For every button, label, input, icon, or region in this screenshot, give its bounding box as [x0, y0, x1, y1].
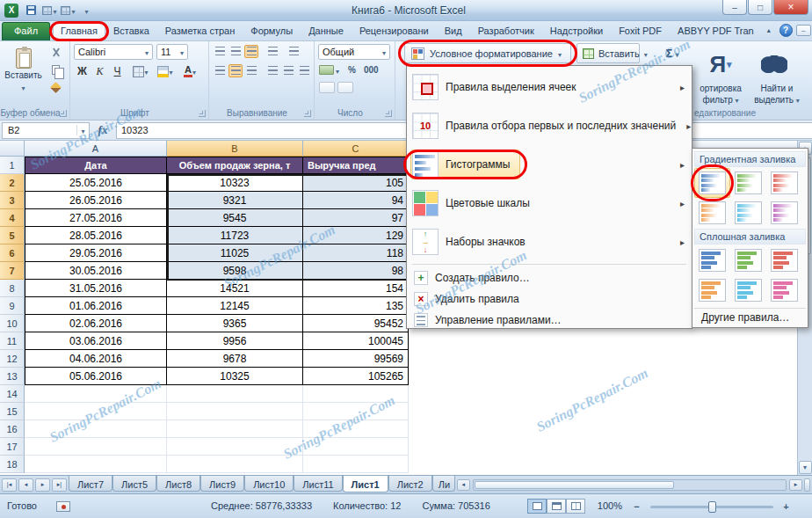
cell-A3[interactable]: 26.05.2016	[25, 192, 167, 209]
wrap-text-button[interactable]	[286, 45, 301, 58]
row-header-5[interactable]: 5	[0, 227, 25, 244]
cell-C18[interactable]	[303, 456, 409, 473]
ribbon-tab-ABBYY PDF Tran[interactable]: ABBYY PDF Tran	[670, 22, 762, 40]
ribbon-tab-Вставка[interactable]: Вставка	[105, 22, 157, 40]
decrease-indent-button[interactable]	[265, 64, 279, 77]
cut-button[interactable]	[47, 45, 63, 60]
sheet-tab-Лист2[interactable]: Лист2	[388, 476, 432, 492]
align-top-button[interactable]	[213, 45, 227, 58]
cell-C17[interactable]	[303, 438, 409, 456]
row-header-18[interactable]: 18	[0, 456, 25, 473]
last-sheet-icon[interactable]: ▸|	[52, 478, 67, 492]
row-header-10[interactable]: 10	[0, 315, 25, 332]
cell-B15[interactable]	[167, 403, 303, 420]
cell-C5[interactable]: 129	[303, 227, 409, 244]
gradient-red-data-bar-icon[interactable]	[766, 168, 802, 198]
row-header-15[interactable]: 15	[0, 403, 25, 420]
gradient-orange-data-bar-icon[interactable]	[694, 198, 730, 228]
cell-A10[interactable]: 02.06.2016	[25, 315, 167, 332]
cell-C3[interactable]: 94	[303, 192, 409, 209]
increase-decimal-icon[interactable]	[319, 82, 335, 93]
dialog-launcher-icon[interactable]	[60, 110, 67, 117]
maximize-button[interactable]	[748, 0, 772, 15]
cell-C16[interactable]	[303, 420, 409, 438]
format-painter-button[interactable]	[47, 80, 63, 95]
ribbon-tab-Надстройки[interactable]: Надстройки	[542, 22, 611, 40]
column-header-A[interactable]: A	[25, 141, 167, 157]
scroll-down-icon[interactable]	[799, 461, 812, 474]
cell-B8[interactable]: 14521	[167, 280, 303, 297]
cell-C6[interactable]: 118	[303, 244, 409, 262]
ribbon-tab-Данные[interactable]: Данные	[301, 22, 352, 40]
cell-B17[interactable]	[167, 438, 303, 456]
find-select-label[interactable]: Найти и выделить	[747, 83, 807, 106]
cell-B9[interactable]: 12145	[167, 297, 303, 315]
cell-B4[interactable]: 9545	[167, 209, 303, 227]
cell-B6[interactable]: 11025	[167, 244, 303, 262]
page-break-view-button[interactable]	[566, 499, 585, 514]
normal-view-button[interactable]	[527, 499, 547, 514]
cell-B2[interactable]: 10323	[167, 174, 303, 192]
orientation-button[interactable]	[265, 45, 279, 58]
cell-B3[interactable]: 9321	[167, 192, 303, 209]
cell-B14[interactable]	[167, 385, 303, 403]
solid-green-data-bar-icon[interactable]	[730, 245, 766, 275]
dialog-launcher-icon[interactable]	[199, 110, 206, 117]
italic-button[interactable]: К	[91, 63, 108, 79]
dialog-launcher-icon[interactable]	[385, 110, 392, 117]
decrease-decimal-icon[interactable]	[337, 82, 353, 93]
macro-record-icon[interactable]	[56, 501, 70, 512]
cell-C1[interactable]: Выручка пред	[303, 157, 409, 174]
ribbon-tab-Рецензировани[interactable]: Рецензировани	[352, 22, 437, 40]
cell-C15[interactable]	[303, 403, 409, 420]
cell-A4[interactable]: 27.05.2016	[25, 209, 167, 227]
sort-filter-label[interactable]: ортировка фильтр	[691, 83, 750, 106]
sheet-tab-Лист9[interactable]: Лист9	[200, 476, 244, 492]
solid-pink-data-bar-icon[interactable]	[766, 275, 802, 305]
cell-A11[interactable]: 03.06.2016	[25, 332, 167, 350]
sheet-tab-Ли[interactable]: Ли	[432, 476, 455, 492]
fx-button[interactable]: fx	[90, 123, 116, 137]
solid-red-data-bar-icon[interactable]	[766, 245, 802, 275]
customize-quick-access-icon[interactable]	[78, 3, 95, 18]
cell-C9[interactable]: 135	[303, 297, 409, 315]
horizontal-scrollbar[interactable]	[473, 479, 787, 491]
solid-blue-data-bar-icon[interactable]	[694, 245, 730, 275]
first-sheet-icon[interactable]: |◂	[2, 478, 17, 492]
cell-C13[interactable]: 105265	[303, 368, 409, 385]
sheet-tab-Лист10[interactable]: Лист10	[244, 476, 294, 492]
insert-cells-button[interactable]: Вставить	[576, 43, 640, 63]
comma-style-button[interactable]: 000	[364, 65, 379, 75]
cell-B1[interactable]: Объем продаж зерна, т	[167, 157, 303, 174]
cell-B16[interactable]	[167, 420, 303, 438]
row-header-17[interactable]: 17	[0, 438, 25, 456]
cell-A7[interactable]: 30.05.2016	[25, 262, 167, 280]
conditional-formatting-button[interactable]: Условное форматирование	[404, 43, 571, 63]
cell-A9[interactable]: 01.06.2016	[25, 297, 167, 315]
zoom-level[interactable]: 100%	[598, 500, 622, 511]
menu-item-Гистограммы[interactable]: Гистограммы	[407, 145, 692, 184]
sort-filter-icon[interactable]: Я	[703, 47, 738, 82]
cell-A6[interactable]: 29.05.2016	[25, 244, 167, 262]
cell-A1[interactable]: Дата	[25, 157, 167, 174]
row-header-13[interactable]: 13	[0, 368, 25, 385]
horizontal-scroll-thumb[interactable]	[475, 481, 674, 489]
sheet-tab-Лист5[interactable]: Лист5	[112, 476, 156, 492]
sheet-tab-Лист1[interactable]: Лист1	[343, 476, 388, 492]
menu-command-Удалить правила[interactable]: Удалить правила	[407, 288, 692, 310]
name-box[interactable]: B2	[2, 122, 90, 139]
sheet-tab-Лист7[interactable]: Лист7	[69, 476, 112, 492]
row-header-1[interactable]: 1	[0, 157, 25, 174]
hscroll-right-icon[interactable]	[789, 479, 802, 491]
row-header-2[interactable]: 2	[0, 174, 25, 192]
menu-item-Наборы значков[interactable]: ↑→↓Наборы значков	[407, 223, 692, 261]
cell-A13[interactable]: 05.06.2016	[25, 368, 167, 385]
increase-indent-button[interactable]	[281, 64, 295, 77]
cell-B5[interactable]: 11723	[167, 227, 303, 244]
select-all-corner[interactable]	[0, 141, 25, 157]
cell-C11[interactable]: 100045	[303, 332, 409, 350]
menu-command-Управление правилами…[interactable]: Управление правилами…	[407, 310, 692, 331]
gradient-green-data-bar-icon[interactable]	[730, 168, 766, 198]
cell-B13[interactable]: 10325	[167, 368, 303, 385]
qat-button-2[interactable]	[60, 3, 76, 18]
